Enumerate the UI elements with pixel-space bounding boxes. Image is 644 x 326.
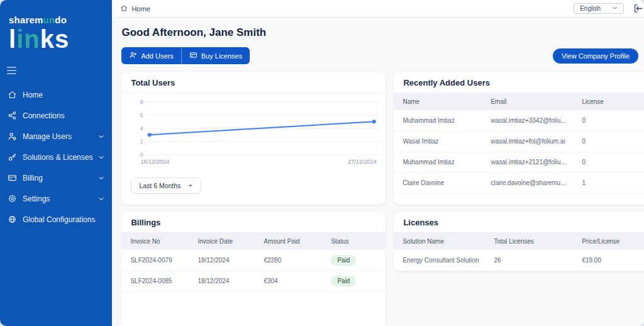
sidebar-item-label: Global Configurations (23, 215, 95, 224)
sidebar-item-label: Solutions & Licenses (23, 153, 92, 162)
sidebar-item-manage-users[interactable]: Manage Users (0, 126, 112, 147)
card-title: Total Users (121, 72, 386, 93)
table-cell: Muhammad Imtiaz (394, 152, 482, 172)
table-header-row: Invoice NoInvoice DateAmount PaidStatus (121, 233, 386, 250)
status-badge: Paid (331, 255, 356, 266)
credit-card-icon (8, 173, 17, 183)
column-header: Email (482, 93, 573, 110)
home-icon (120, 4, 128, 13)
table-row: Muhammad Imtiazwasal.imtiaz+3342@folium.… (394, 110, 644, 131)
chevron-down-icon (98, 133, 104, 140)
chevron-down-icon (98, 175, 104, 181)
sidebar-item-billing[interactable]: Billing (0, 167, 112, 188)
breadcrumb[interactable]: Home (120, 4, 150, 13)
table-cell: Energy Consultant Solution (394, 250, 485, 271)
table-cell: Muhammad Imtiaz (394, 110, 482, 131)
topbar: Home English (112, 0, 644, 18)
key-icon (8, 152, 17, 162)
brand-logo[interactable]: sharemundo links (0, 0, 112, 52)
table-cell: 18/12/2024 (189, 250, 255, 271)
sidebar-item-label: Connections (23, 111, 65, 120)
cards-grid: Total Users 0246818/12/202427/12/2024 La… (121, 72, 639, 326)
brand-logo-links: links (9, 26, 112, 52)
primary-actions: Add Users Buy Licenses (121, 47, 250, 64)
recently-added-users-card: Recently Added Users NameEmailLicenseMuh… (394, 72, 644, 205)
share-icon (8, 111, 17, 120)
svg-text:2: 2 (140, 138, 143, 145)
menu-toggle-icon[interactable] (7, 67, 16, 74)
table-cell: wasal.imtiaz+2121@folium.ai (482, 152, 573, 172)
licenses-card: Licenses Solution NameTotal LicensesPric… (394, 212, 644, 271)
card-title: Recently Added Users (394, 72, 644, 93)
table-row: Claire Davoineclaire.davoine@sharemundo.… (394, 172, 644, 193)
table-cell: SLF2024-0085 (121, 271, 189, 291)
total-users-chart: 0246818/12/202427/12/2024 (124, 96, 382, 170)
table-cell: €2280 (255, 250, 322, 271)
table-cell: claire.davoine@sharemundo.c... (482, 172, 573, 193)
table-cell: €304 (255, 271, 322, 291)
table-header-row: Solution NameTotal LicensesPrice/License (394, 233, 644, 250)
column-header: Amount Paid (255, 233, 322, 250)
buy-licenses-button[interactable]: Buy Licenses (181, 47, 250, 64)
table-row: SLF2024-007918/12/2024€2280Paid (121, 250, 386, 271)
card-title: Billings (121, 212, 386, 233)
svg-text:18/12/2024: 18/12/2024 (141, 159, 170, 166)
sidebar-item-solutions-licenses[interactable]: Solutions & Licenses (0, 147, 112, 167)
table-header-row: NameEmailLicense (394, 93, 644, 110)
sidebar-item-global-configurations[interactable]: Global Configurations (0, 209, 112, 230)
svg-text:27/12/2024: 27/12/2024 (348, 159, 377, 166)
sidebar: sharemundo links HomeConnectionsManage U… (0, 0, 112, 326)
sidebar-item-label: Settings (23, 194, 50, 203)
table-cell: 0 (573, 110, 644, 131)
table-row: Energy Consultant Solution26€19.00 (394, 250, 644, 271)
table-cell: 0 (573, 131, 644, 152)
gear-icon (8, 194, 17, 203)
sidebar-item-home[interactable]: Home (0, 84, 112, 105)
column-header: Name (394, 93, 482, 110)
sidebar-item-settings[interactable]: Settings (0, 188, 112, 209)
globe-icon (8, 215, 17, 224)
chevron-down-icon (612, 5, 618, 12)
credit-card-icon (189, 51, 197, 60)
language-select[interactable]: English (574, 3, 624, 14)
date-range-filter[interactable]: Last 6 Months (131, 177, 201, 194)
sidebar-nav: HomeConnectionsManage UsersSolutions & L… (0, 84, 112, 230)
sidebar-item-connections[interactable]: Connections (0, 105, 112, 126)
main-area: Home English Good Afternoon, Jane Smith … (112, 0, 644, 326)
view-company-profile-button[interactable]: View Company Profile (553, 48, 638, 64)
chevron-down-icon (98, 154, 104, 160)
column-header: Invoice No (121, 233, 189, 250)
page-title: Good Afternoon, Jane Smith (121, 26, 644, 39)
actions-row: Add Users Buy Licenses View Company Prof… (121, 47, 638, 64)
billings-card: Billings Invoice NoInvoice DateAmount Pa… (121, 212, 386, 326)
licenses-table: Solution NameTotal LicensesPrice/License… (394, 233, 644, 271)
column-header: License (573, 93, 644, 110)
breadcrumb-label: Home (131, 5, 150, 13)
table-cell: Claire Davoine (394, 172, 482, 193)
svg-text:6: 6 (140, 112, 143, 118)
card-title: Licenses (394, 212, 644, 233)
table-row: Wasal Imtiazwasal.imtiaz+fol@folium.ai0 (394, 131, 644, 152)
column-header: Total Licenses (485, 233, 573, 250)
column-header: Status (322, 233, 386, 250)
status-badge: Paid (331, 276, 356, 286)
sidebar-item-label: Billing (23, 174, 43, 183)
table-cell: 0 (573, 152, 644, 172)
caret-down-icon (188, 182, 193, 189)
column-header: Solution Name (394, 233, 485, 250)
table-row: SLF2024-008518/12/2024€304Paid (121, 271, 386, 291)
table-cell: 26 (485, 250, 573, 271)
total-users-chart-wrap: 0246818/12/202427/12/2024 (121, 93, 386, 170)
recent-users-table: NameEmailLicenseMuhammad Imtiazwasal.imt… (394, 93, 644, 194)
svg-text:0: 0 (140, 152, 143, 158)
table-cell: SLF2024-0079 (121, 250, 189, 271)
table-row: Muhammad Imtiazwasal.imtiaz+2121@folium.… (394, 152, 644, 172)
logout-icon[interactable] (633, 3, 643, 14)
sidebar-item-label: Home (23, 91, 43, 99)
add-users-button[interactable]: Add Users (121, 47, 180, 64)
users-gear-icon (8, 132, 17, 141)
app-window: sharemundo links HomeConnectionsManage U… (0, 0, 644, 326)
add-user-icon (129, 51, 137, 60)
svg-text:4: 4 (140, 125, 143, 132)
language-value: English (580, 5, 601, 12)
